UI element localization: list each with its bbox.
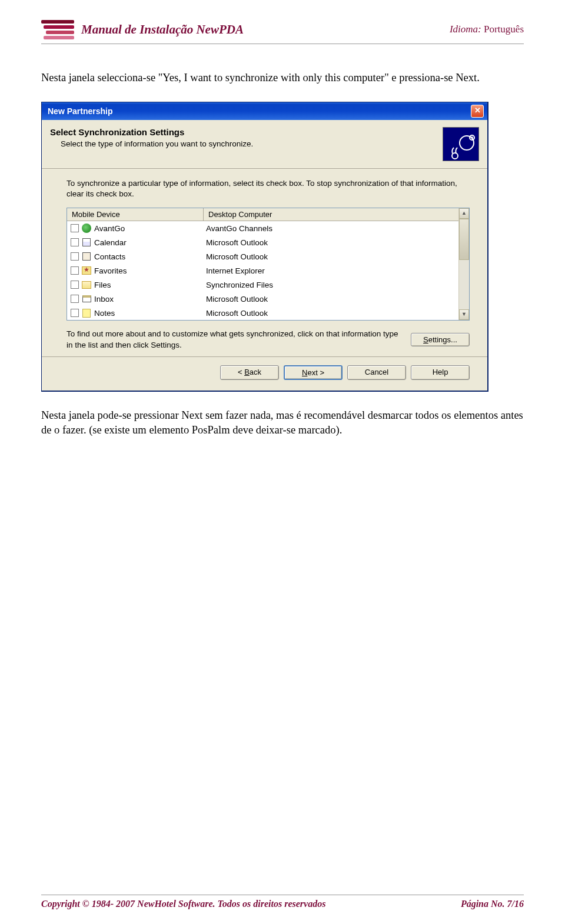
scrollbar[interactable]: ▲ ▼ (458, 208, 469, 320)
col-mobile-device[interactable]: Mobile Device (67, 208, 204, 221)
item-icon (81, 308, 92, 318)
close-icon[interactable]: ✕ (471, 105, 484, 118)
header-divider (41, 44, 524, 44)
document-title: Manual de Instalação NewPDA (81, 22, 244, 37)
sync-row[interactable]: InboxMicrosoft Outlook (67, 292, 458, 306)
sync-listbox[interactable]: Mobile Device Desktop Computer AvantGoAv… (67, 208, 470, 321)
scroll-thumb[interactable] (459, 219, 469, 260)
sync-row[interactable]: FavoritesInternet Explorer (67, 263, 458, 278)
language-value: Português (484, 24, 524, 35)
checkbox[interactable] (71, 295, 79, 303)
page-footer: Copyright © 1984- 2007 NewHotel Software… (41, 895, 524, 909)
item-icon (81, 223, 92, 233)
mobile-device-label: Files (94, 281, 206, 289)
wizard-heading: Select Synchronization Settings (50, 127, 443, 137)
dialog-title: New Partnership (48, 106, 112, 116)
page-number: Página No. 7/16 (461, 899, 524, 909)
copyright-text: Copyright © 1984- 2007 NewHotel Software… (41, 899, 325, 909)
desktop-computer-label: Internet Explorer (206, 266, 458, 275)
item-icon (81, 265, 92, 276)
header-left: Manual de Instalação NewPDA (41, 18, 244, 41)
checkbox[interactable] (71, 252, 79, 261)
back-button[interactable]: < Back (220, 365, 279, 380)
sync-row[interactable]: AvantGoAvantGo Channels (67, 221, 458, 235)
checkbox[interactable] (71, 238, 79, 246)
mobile-device-label: AvantGo (94, 224, 206, 233)
help-button[interactable]: Help (411, 365, 470, 380)
language-label: Idioma: (450, 24, 484, 35)
dialog-titlebar[interactable]: New Partnership ✕ (42, 102, 487, 120)
item-icon (81, 251, 92, 262)
wizard-button-row: < Back Next > Cancel Help (42, 356, 487, 391)
sync-row[interactable]: NotesMicrosoft Outlook (67, 306, 458, 320)
desktop-computer-label: Microsoft Outlook (206, 295, 458, 303)
instruction-paragraph-2: Nesta janela pode-se pressionar Next sem… (41, 408, 524, 438)
scroll-up-icon[interactable]: ▲ (459, 208, 469, 219)
item-icon (81, 279, 92, 290)
settings-hint-text: To find out more about and to customize … (67, 329, 401, 350)
desktop-computer-label: Microsoft Outlook (206, 309, 458, 318)
item-icon (81, 293, 92, 304)
sync-row[interactable]: ContactsMicrosoft Outlook (67, 249, 458, 263)
wizard-subheading: Select the type of information you want … (61, 139, 443, 148)
svg-point-4 (452, 153, 458, 159)
next-button[interactable]: Next > (284, 365, 343, 380)
new-partnership-dialog: New Partnership ✕ Select Synchronization… (41, 102, 488, 392)
checkbox[interactable] (71, 309, 79, 317)
column-headers: Mobile Device Desktop Computer (67, 208, 458, 221)
mobile-device-label: Favorites (94, 266, 206, 275)
sync-header-icon (443, 127, 479, 161)
page-header: Manual de Instalação NewPDA Idioma: Port… (41, 18, 524, 41)
sync-row[interactable]: CalendarMicrosoft Outlook (67, 235, 458, 249)
mobile-device-label: Notes (94, 309, 206, 318)
settings-button[interactable]: Settings... (411, 333, 470, 346)
desktop-computer-label: Synchronized Files (206, 281, 458, 289)
col-desktop-computer[interactable]: Desktop Computer (204, 208, 458, 221)
language-indicator: Idioma: Português (450, 24, 524, 35)
mobile-device-label: Calendar (94, 238, 206, 247)
item-icon (81, 237, 92, 248)
sync-instructions: To synchronize a particular type of info… (67, 178, 470, 199)
checkbox[interactable] (71, 266, 79, 275)
sync-row[interactable]: FilesSynchronized Files (67, 278, 458, 292)
checkbox[interactable] (71, 224, 79, 232)
mobile-device-label: Inbox (94, 295, 206, 303)
brand-logo-icon (41, 18, 74, 41)
wizard-body: To synchronize a particular type of info… (42, 169, 487, 356)
mobile-device-label: Contacts (94, 252, 206, 261)
checkbox[interactable] (71, 281, 79, 289)
desktop-computer-label: Microsoft Outlook (206, 252, 458, 261)
desktop-computer-label: AvantGo Channels (206, 224, 458, 233)
instruction-paragraph-1: Nesta janela selecciona-se "Yes, I want … (41, 71, 524, 85)
cancel-button[interactable]: Cancel (347, 365, 406, 380)
footer-divider (41, 895, 524, 895)
scroll-down-icon[interactable]: ▼ (459, 309, 469, 320)
desktop-computer-label: Microsoft Outlook (206, 238, 458, 247)
wizard-header: Select Synchronization Settings Select t… (42, 120, 487, 169)
